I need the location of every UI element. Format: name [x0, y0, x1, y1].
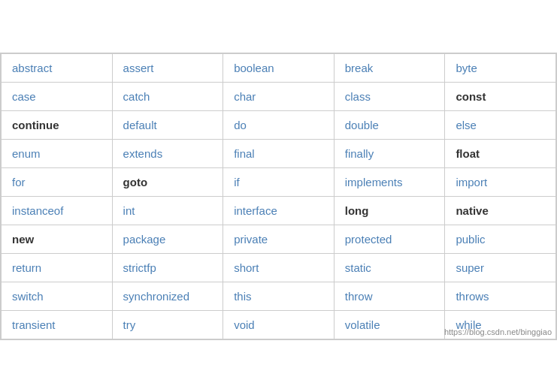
keyword-cell: short [223, 253, 335, 282]
keyword-cell: finally [334, 139, 445, 167]
keywords-table-container: abstractassertbooleanbreakbytecasecatchc… [0, 53, 557, 340]
keyword-cell: synchronized [112, 282, 223, 310]
table-row: newpackageprivateprotectedpublic [2, 225, 556, 253]
table-row: continuedefaultdodoubleelse [2, 110, 556, 139]
keyword-cell: else [445, 110, 556, 139]
keyword-cell: assert [112, 53, 223, 82]
table-row: enumextendsfinalfinallyfloat [2, 139, 556, 167]
keyword-cell: try [112, 310, 223, 339]
keyword-cell: class [334, 82, 445, 110]
keyword-cell: char [223, 82, 335, 110]
keyword-cell: switch [2, 282, 113, 310]
keyword-cell: return [2, 253, 113, 282]
keyword-cell: super [445, 253, 556, 282]
keyword-cell: private [223, 225, 335, 253]
table-row: transienttryvoidvolatilewhile [2, 310, 556, 339]
keyword-cell: break [334, 53, 445, 82]
table-row: casecatchcharclassconst [2, 82, 556, 110]
keyword-cell: goto [112, 167, 223, 196]
keyword-cell: static [334, 253, 445, 282]
keyword-cell: public [445, 225, 556, 253]
keyword-cell: while [445, 310, 556, 339]
table-row: forgotoifimplementsimport [2, 167, 556, 196]
keyword-cell: continue [2, 110, 113, 139]
keyword-cell: final [223, 139, 335, 167]
keyword-cell: do [223, 110, 335, 139]
keyword-cell: volatile [334, 310, 445, 339]
keyword-cell: abstract [2, 53, 113, 82]
table-row: instanceofintinterfacelongnative [2, 196, 556, 225]
table-row: switchsynchronizedthisthrowthrows [2, 282, 556, 310]
keyword-cell: native [445, 196, 556, 225]
keyword-cell: enum [2, 139, 113, 167]
keyword-cell: transient [2, 310, 113, 339]
keyword-cell: if [223, 167, 335, 196]
keyword-cell: package [112, 225, 223, 253]
keywords-table: abstractassertbooleanbreakbytecasecatchc… [1, 53, 556, 339]
keyword-cell: boolean [223, 53, 335, 82]
keyword-cell: case [2, 82, 113, 110]
keyword-cell: int [112, 196, 223, 225]
keyword-cell: protected [334, 225, 445, 253]
keyword-cell: const [445, 82, 556, 110]
keyword-cell: interface [223, 196, 335, 225]
table-row: abstractassertbooleanbreakbyte [2, 53, 556, 82]
keyword-cell: this [223, 282, 335, 310]
keyword-cell: throw [334, 282, 445, 310]
keyword-cell: instanceof [2, 196, 113, 225]
keyword-cell: import [445, 167, 556, 196]
table-row: returnstrictfpshortstaticsuper [2, 253, 556, 282]
keyword-cell: implements [334, 167, 445, 196]
keyword-cell: throws [445, 282, 556, 310]
keyword-cell: extends [112, 139, 223, 167]
keyword-cell: default [112, 110, 223, 139]
keyword-cell: byte [445, 53, 556, 82]
keyword-cell: long [334, 196, 445, 225]
keyword-cell: new [2, 225, 113, 253]
keyword-cell: float [445, 139, 556, 167]
keyword-cell: strictfp [112, 253, 223, 282]
keyword-cell: double [334, 110, 445, 139]
keyword-cell: catch [112, 82, 223, 110]
keyword-cell: for [2, 167, 113, 196]
keyword-cell: void [223, 310, 335, 339]
